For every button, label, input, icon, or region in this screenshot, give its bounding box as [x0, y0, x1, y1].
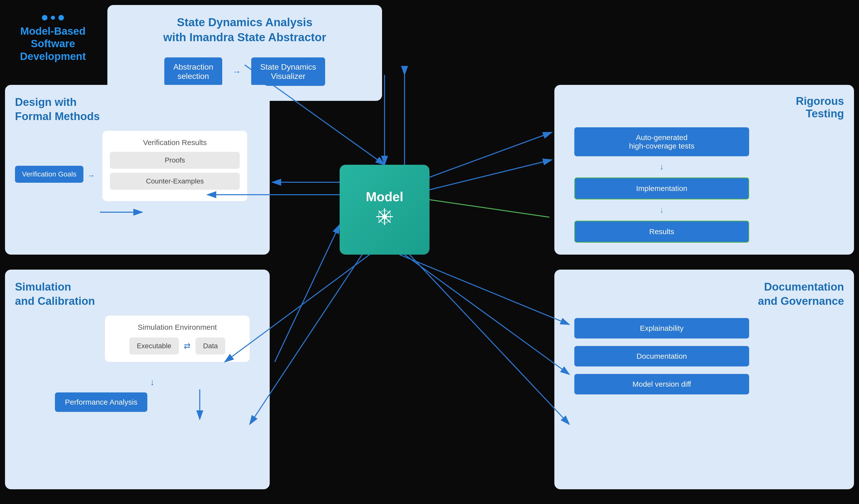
vg-arrow-icon: → — [87, 171, 95, 180]
model-center-box: Model — [340, 165, 430, 255]
executable-item: Executable — [129, 337, 179, 354]
rigorous-testing-title: Rigorous Testing — [564, 95, 844, 120]
simulation-env-box: Simulation Environment Executable ⇄ Data — [105, 316, 250, 362]
performance-analysis-button[interactable]: Performance Analysis — [55, 393, 147, 412]
documentation-governance-box: Documentation and Governance Explainabil… — [554, 270, 854, 489]
rigorous-testing-box: Rigorous Testing Auto-generated high-cov… — [554, 85, 854, 255]
logo-dot-2 — [51, 16, 55, 20]
doc-buttons: Explainability Documentation Model versi… — [574, 318, 749, 394]
svg-line-22 — [409, 255, 569, 424]
svg-line-20 — [400, 255, 569, 324]
svg-line-15 — [430, 132, 552, 177]
top-box-buttons: Abstraction selection → State Dynamics V… — [122, 57, 367, 86]
logo-dot-3 — [58, 15, 64, 20]
model-label: Model — [366, 189, 403, 204]
arrow-right-icon: → — [232, 66, 241, 77]
model-version-diff-btn: Model version diff — [574, 374, 749, 394]
logo-title: Model-Based Software Development — [20, 25, 86, 63]
documentation-governance-title: Documentation and Governance — [564, 279, 844, 308]
documentation-btn: Documentation — [574, 346, 749, 366]
svg-line-17 — [430, 200, 549, 217]
logo-dot-1 — [42, 15, 47, 20]
svg-line-16 — [430, 160, 552, 190]
proofs-item: Proofs — [110, 152, 240, 169]
verification-goals-button[interactable]: Verification Goals — [15, 166, 84, 183]
rt-arrow-down-2: ↓ — [574, 205, 749, 215]
rt-arrow-down-1: ↓ — [574, 162, 749, 171]
verification-results-title: Verification Results — [110, 138, 240, 147]
design-formal-methods-box: Design with Formal Methods Verification … — [5, 85, 270, 255]
counter-examples-item: Counter-Examples — [110, 173, 240, 190]
results-btn: Results — [574, 221, 749, 243]
verification-goals-btn-area: Verification Goals → — [15, 166, 95, 183]
model-icon — [375, 207, 394, 230]
verification-results-box: Verification Results Proofs Counter-Exam… — [102, 131, 247, 201]
logo-dots — [20, 15, 86, 20]
sim-env-items: Executable ⇄ Data — [112, 337, 242, 354]
data-item: Data — [196, 337, 225, 354]
svg-line-25 — [275, 225, 340, 362]
main-container: Model-Based Software Development State D… — [0, 0, 859, 504]
state-dynamics-title: State Dynamics Analysis with Imandra Sta… — [122, 15, 367, 45]
simulation-calibration-box: Simulation and Calibration Simulation En… — [5, 270, 270, 489]
design-formal-methods-title: Design with Formal Methods — [15, 95, 260, 123]
svg-line-21 — [405, 255, 569, 375]
auto-generated-btn: Auto-generated high-coverage tests — [574, 127, 749, 156]
abstraction-selection-button[interactable]: Abstraction selection — [164, 57, 222, 86]
sim-down-arrow-icon: ↓ — [45, 377, 260, 387]
state-dynamics-visualizer-button[interactable]: State Dynamics Visualizer — [251, 57, 325, 86]
logo-area: Model-Based Software Development — [20, 15, 86, 63]
explainability-btn: Explainability — [574, 318, 749, 338]
rt-buttons: Auto-generated high-coverage tests ↓ Imp… — [574, 127, 749, 243]
simulation-calibration-title: Simulation and Calibration — [15, 279, 260, 308]
implementation-btn: Implementation — [574, 178, 749, 199]
sim-env-title: Simulation Environment — [112, 323, 242, 332]
sim-double-arrow-icon: ⇄ — [184, 341, 191, 351]
